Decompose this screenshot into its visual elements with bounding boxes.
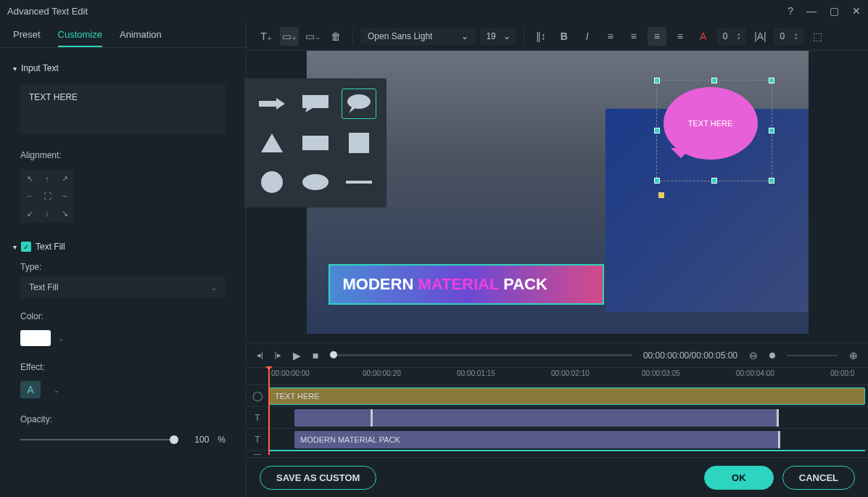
shape-ellipse[interactable] bbox=[298, 167, 333, 197]
align-center[interactable]: ⛶ bbox=[39, 188, 55, 204]
line-spacing-input[interactable]: 0 ▴▾ bbox=[774, 28, 803, 45]
type-select[interactable]: Text Fill ⌄ bbox=[20, 276, 226, 298]
align-center-icon[interactable]: ≡ bbox=[624, 27, 643, 46]
zoom-in-button[interactable]: ⊕ bbox=[849, 350, 858, 361]
sidebar: Preset Customize Animation ▾ Input Text … bbox=[0, 22, 247, 497]
track-2: T bbox=[247, 407, 868, 429]
next-frame-button[interactable]: |▸ bbox=[275, 350, 281, 360]
zoom-out-button[interactable]: ⊖ bbox=[749, 350, 758, 361]
delete-icon[interactable]: 🗑 bbox=[326, 27, 345, 46]
opacity-slider[interactable] bbox=[20, 439, 178, 440]
add-shape-icon[interactable]: ▭₊ bbox=[280, 27, 299, 46]
align-tr[interactable]: ↗ bbox=[57, 171, 73, 186]
prev-frame-button[interactable]: ◂| bbox=[257, 350, 263, 360]
opacity-value: 100 bbox=[187, 435, 209, 445]
input-text-section[interactable]: ▾ Input Text bbox=[0, 59, 246, 78]
color-swatch[interactable] bbox=[20, 330, 51, 346]
text-fill-section[interactable]: ▾ ✓ Text Fill bbox=[0, 237, 246, 256]
align-left-icon[interactable]: ≡ bbox=[601, 27, 620, 46]
effect-preview[interactable]: A bbox=[20, 381, 41, 398]
title-banner[interactable]: MODERN MATERIAL PACK bbox=[328, 264, 604, 305]
track-minus-icon[interactable]: — bbox=[247, 450, 268, 458]
playback-bar: ◂| |▸ ▶ ■ 00:00:00:00/00:00:05:00 ⊖ ⊕ bbox=[247, 342, 868, 367]
zoom-slider[interactable] bbox=[787, 355, 838, 356]
shape-picker bbox=[244, 78, 387, 208]
scrubber-thumb[interactable] bbox=[330, 351, 337, 358]
alignment-grid: ↖ ↑ ↗ ← ⛶ → ↙ ↓ ↘ bbox=[20, 169, 74, 223]
timeline-ruler[interactable]: 00:00:00:00 00:00:00:20 00:00:01:15 00:0… bbox=[247, 368, 868, 385]
align-bl[interactable]: ↙ bbox=[22, 205, 38, 221]
align-mr[interactable]: → bbox=[57, 188, 73, 204]
color-dropdown[interactable]: ⌄ bbox=[54, 332, 68, 345]
help-icon[interactable]: ? bbox=[788, 5, 793, 17]
align-tc[interactable]: ↑ bbox=[39, 171, 55, 186]
align-justify-icon[interactable]: ≡ bbox=[671, 27, 690, 46]
shape-rectangle[interactable] bbox=[298, 128, 333, 158]
font-size-select[interactable]: 19 ⌄ bbox=[480, 28, 516, 45]
shape-speech-oval[interactable] bbox=[342, 89, 376, 119]
shape-arrow[interactable] bbox=[255, 89, 289, 119]
speech-bubble[interactable]: TEXT HERE bbox=[664, 87, 765, 174]
text-track-icon[interactable]: T bbox=[247, 412, 268, 423]
tab-preset[interactable]: Preset bbox=[13, 29, 41, 47]
align-bc[interactable]: ↓ bbox=[39, 205, 55, 221]
minimize-icon[interactable]: — bbox=[806, 5, 817, 17]
timecode: 00:00:00:00/00:00:05:00 bbox=[643, 350, 737, 361]
align-ml[interactable]: ← bbox=[22, 188, 38, 204]
zoom-slider-thumb[interactable] bbox=[769, 353, 775, 358]
scrubber[interactable] bbox=[330, 354, 632, 356]
bold-icon[interactable]: B bbox=[555, 27, 574, 46]
font-size-value: 19 bbox=[486, 31, 495, 41]
close-icon[interactable]: ✕ bbox=[852, 5, 861, 17]
tab-animation[interactable]: Animation bbox=[120, 29, 162, 47]
play-button[interactable]: ▶ bbox=[293, 350, 301, 361]
letter-spacing-icon[interactable]: |A| bbox=[751, 27, 769, 46]
effect-dropdown[interactable]: ⌄ bbox=[49, 383, 64, 397]
sidebar-content: ▾ Input Text TEXT HERE Alignment: ↖ ↑ ↗ … bbox=[0, 48, 246, 497]
text-fill-label: Text Fill bbox=[36, 242, 65, 252]
char-spacing-input[interactable]: 0 ▴▾ bbox=[717, 28, 747, 45]
ruler-mark: 00:00:00:20 bbox=[363, 369, 401, 377]
bubble-text: TEXT HERE bbox=[688, 119, 733, 128]
stop-button[interactable]: ■ bbox=[313, 350, 318, 361]
align-br[interactable]: ↘ bbox=[57, 205, 73, 221]
window-controls: ? — ▢ ✕ bbox=[788, 5, 861, 17]
text-color-icon[interactable]: A bbox=[694, 27, 713, 46]
text-track-icon[interactable]: T bbox=[247, 434, 268, 445]
type-label: Type: bbox=[20, 262, 226, 272]
playhead[interactable] bbox=[268, 368, 270, 455]
remove-shape-icon[interactable]: ▭₋ bbox=[303, 27, 322, 46]
svg-point-8 bbox=[261, 171, 283, 193]
italic-icon[interactable]: I bbox=[578, 27, 597, 46]
canvas[interactable]: TEXT HERE MODERN MATERIAL PACK bbox=[307, 51, 809, 334]
track-1: ◯ TEXT HERE bbox=[247, 385, 868, 407]
clip-text-1[interactable] bbox=[294, 409, 373, 427]
save-as-custom-button[interactable]: SAVE AS CUSTOM bbox=[260, 466, 376, 490]
shape-triangle[interactable] bbox=[255, 128, 289, 158]
clip-text-2[interactable]: MODERN MATERIAL PACK bbox=[294, 431, 780, 448]
add-text-icon[interactable]: T₊ bbox=[257, 27, 276, 46]
clip-text-1b[interactable] bbox=[373, 409, 779, 427]
shape-line[interactable] bbox=[342, 167, 376, 197]
align-right-icon[interactable]: ≡ bbox=[648, 27, 666, 46]
titlebar: Advanced Text Edit ? — ▢ ✕ bbox=[0, 0, 868, 22]
shape-circle[interactable] bbox=[255, 167, 289, 197]
ruler-mark: 00:00:03:05 bbox=[642, 369, 680, 377]
align-tl[interactable]: ↖ bbox=[22, 171, 38, 186]
maximize-icon[interactable]: ▢ bbox=[830, 5, 839, 17]
font-select[interactable]: Open Sans Light ⌄ bbox=[360, 28, 476, 45]
cancel-button[interactable]: CANCEL bbox=[782, 466, 855, 490]
input-text-area[interactable]: TEXT HERE bbox=[20, 83, 226, 134]
ok-button[interactable]: OK bbox=[704, 466, 774, 490]
banner-text-pack: PACK bbox=[499, 275, 547, 293]
ruler-mark: 00:00:0 bbox=[830, 369, 854, 377]
opacity-slider-thumb[interactable] bbox=[170, 435, 178, 444]
layers-icon[interactable]: ⬚ bbox=[808, 27, 827, 46]
shape-track-icon[interactable]: ◯ bbox=[247, 390, 268, 401]
line-height-icon[interactable]: ‖↕ bbox=[532, 27, 550, 46]
tab-customize[interactable]: Customize bbox=[58, 29, 102, 47]
text-fill-checkbox[interactable]: ✓ bbox=[21, 242, 31, 252]
clip-shape[interactable]: TEXT HERE bbox=[268, 387, 865, 405]
shape-square[interactable] bbox=[342, 128, 376, 158]
shape-speech-rect[interactable] bbox=[298, 89, 333, 119]
